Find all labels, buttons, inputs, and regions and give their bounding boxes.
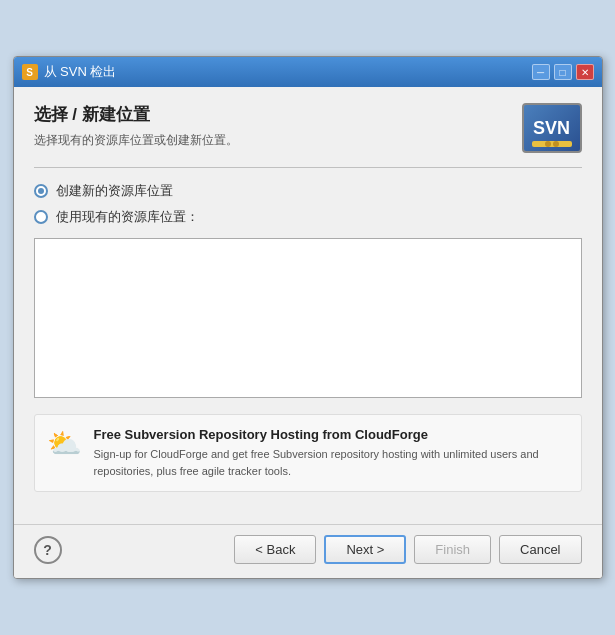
minimize-button[interactable]: ─ — [532, 64, 550, 80]
promo-body: Sign-up for CloudForge and get free Subv… — [94, 446, 569, 479]
finish-button[interactable]: Finish — [414, 535, 491, 564]
radio-item-create[interactable]: 创建新的资源库位置 — [34, 182, 582, 200]
window-icon: S — [22, 64, 38, 80]
dialog-footer: ? < Back Next > Finish Cancel — [14, 524, 602, 578]
window-title: 从 SVN 检出 — [44, 63, 117, 81]
header-text: 选择 / 新建位置 选择现有的资源库位置或创建新位置。 — [34, 103, 522, 149]
radio-use-existing[interactable] — [34, 210, 48, 224]
maximize-button[interactable]: □ — [554, 64, 572, 80]
svn-logo-decoration — [532, 141, 572, 147]
svn-dot-2 — [553, 141, 559, 147]
promo-text: Free Subversion Repository Hosting from … — [94, 427, 569, 479]
help-button[interactable]: ? — [34, 536, 62, 564]
title-bar-left: S 从 SVN 检出 — [22, 63, 117, 81]
promo-area: Free Subversion Repository Hosting from … — [34, 414, 582, 492]
next-button[interactable]: Next > — [324, 535, 406, 564]
title-bar: S 从 SVN 检出 ─ □ ✕ — [14, 57, 602, 87]
radio-existing-label: 使用现有的资源库位置： — [56, 208, 199, 226]
back-button[interactable]: < Back — [234, 535, 316, 564]
page-title: 选择 / 新建位置 — [34, 103, 522, 126]
header-area: 选择 / 新建位置 选择现有的资源库位置或创建新位置。 SVN — [34, 103, 582, 153]
radio-item-existing[interactable]: 使用现有的资源库位置： — [34, 208, 582, 226]
cancel-button[interactable]: Cancel — [499, 535, 581, 564]
svn-dot-1 — [545, 141, 551, 147]
promo-title: Free Subversion Repository Hosting from … — [94, 427, 569, 442]
radio-create-new[interactable] — [34, 184, 48, 198]
main-window: S 从 SVN 检出 ─ □ ✕ 选择 / 新建位置 选择现有的资源库位置或创建… — [13, 56, 603, 579]
dialog-content: 选择 / 新建位置 选择现有的资源库位置或创建新位置。 SVN 创建新的资源库位… — [14, 87, 602, 524]
cloud-icon — [47, 427, 82, 451]
radio-group: 创建新的资源库位置 使用现有的资源库位置： — [34, 182, 582, 226]
button-group: < Back Next > Finish Cancel — [234, 535, 581, 564]
header-divider — [34, 167, 582, 168]
radio-create-label: 创建新的资源库位置 — [56, 182, 173, 200]
repository-list[interactable] — [34, 238, 582, 398]
page-subtitle: 选择现有的资源库位置或创建新位置。 — [34, 132, 522, 149]
close-button[interactable]: ✕ — [576, 64, 594, 80]
svn-logo: SVN — [522, 103, 582, 153]
title-bar-controls: ─ □ ✕ — [532, 64, 594, 80]
